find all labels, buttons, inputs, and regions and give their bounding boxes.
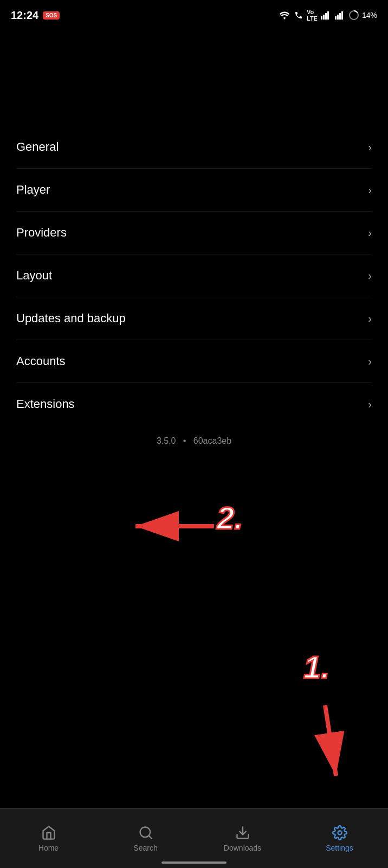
signal-text: VoLTE xyxy=(307,9,318,22)
nav-item-settings[interactable]: Settings xyxy=(291,825,388,852)
settings-label-layout: Layout xyxy=(16,269,52,283)
settings-label-providers: Providers xyxy=(16,226,67,240)
nav-item-downloads[interactable]: Downloads xyxy=(194,825,291,852)
nav-label-downloads: Downloads xyxy=(224,844,261,852)
svg-rect-5 xyxy=(337,15,339,20)
settings-list: General › Player › Providers › Layout › … xyxy=(0,126,388,425)
settings-item-general[interactable]: General › xyxy=(16,126,372,169)
settings-item-updates-backup[interactable]: Updates and backup › xyxy=(16,297,372,340)
chevron-right-icon: › xyxy=(368,227,372,239)
svg-rect-0 xyxy=(321,16,322,20)
signal-icon xyxy=(321,11,332,20)
settings-label-player: Player xyxy=(16,183,50,197)
call-icon xyxy=(294,11,303,20)
nav-label-search: Search xyxy=(133,844,157,852)
version-info: 3.5.0 • 60aca3eb xyxy=(0,436,388,446)
settings-item-layout[interactable]: Layout › xyxy=(16,254,372,297)
header-space xyxy=(0,28,388,126)
downloads-icon xyxy=(235,825,250,840)
version-number: 3.5.0 xyxy=(157,436,176,445)
settings-icon xyxy=(332,825,347,840)
svg-line-15 xyxy=(148,835,151,838)
home-icon xyxy=(41,825,56,840)
status-bar: 12:24 SOS VoLTE 14% xyxy=(0,0,388,28)
svg-point-17 xyxy=(338,831,341,834)
battery-icon xyxy=(349,10,359,20)
svg-rect-1 xyxy=(323,15,325,20)
svg-rect-3 xyxy=(327,11,329,20)
settings-label-general: General xyxy=(16,140,59,154)
battery-percentage: 14% xyxy=(362,11,377,20)
settings-label-extensions: Extensions xyxy=(16,397,75,411)
settings-label-updates-backup: Updates and backup xyxy=(16,311,126,326)
annotation-label-2: 2. xyxy=(216,500,243,535)
nav-label-home: Home xyxy=(38,844,59,852)
chevron-right-icon: › xyxy=(368,184,372,196)
svg-rect-2 xyxy=(325,13,327,20)
status-time: 12:24 xyxy=(11,9,38,22)
signal-icon-2 xyxy=(335,11,346,20)
annotation-label-1: 1. xyxy=(303,649,329,685)
svg-rect-6 xyxy=(339,13,341,20)
chevron-right-icon: › xyxy=(368,141,372,154)
wifi-icon xyxy=(279,11,290,20)
svg-rect-7 xyxy=(341,11,343,20)
nav-item-search[interactable]: Search xyxy=(97,825,194,852)
nav-label-settings: Settings xyxy=(326,844,353,852)
search-icon xyxy=(138,825,153,840)
chevron-right-icon: › xyxy=(368,270,372,282)
status-right: VoLTE 14% xyxy=(279,9,377,22)
version-separator: • xyxy=(183,436,186,445)
chevron-right-icon: › xyxy=(368,312,372,325)
sos-badge: SOS xyxy=(43,11,60,20)
bottom-pill xyxy=(161,861,227,864)
settings-label-accounts: Accounts xyxy=(16,354,66,368)
svg-rect-4 xyxy=(335,16,337,20)
version-hash: 60aca3eb xyxy=(193,436,231,445)
chevron-right-icon: › xyxy=(368,355,372,368)
chevron-right-icon: › xyxy=(368,398,372,411)
nav-item-home[interactable]: Home xyxy=(0,825,97,852)
settings-item-providers[interactable]: Providers › xyxy=(16,212,372,254)
settings-item-player[interactable]: Player › xyxy=(16,169,372,212)
svg-line-12 xyxy=(325,705,336,776)
settings-item-accounts[interactable]: Accounts › xyxy=(16,340,372,383)
bottom-nav: Home Search Downloads Settings xyxy=(0,808,388,868)
settings-item-extensions[interactable]: Extensions › xyxy=(16,383,372,425)
status-left: 12:24 SOS xyxy=(11,9,60,22)
